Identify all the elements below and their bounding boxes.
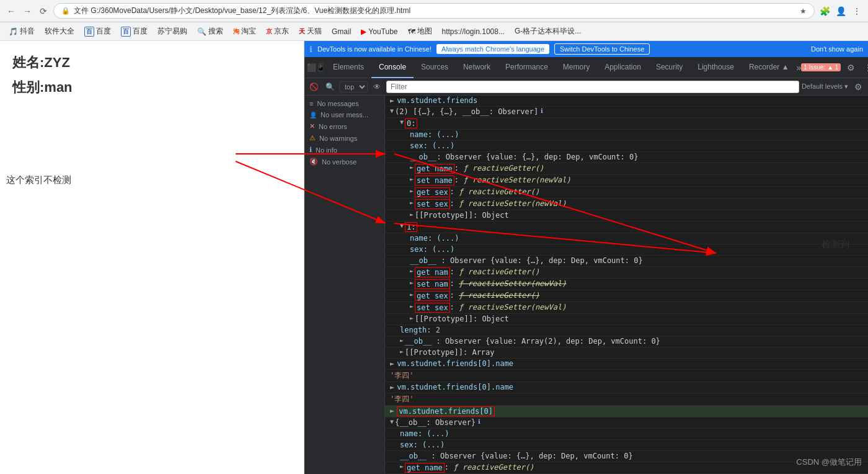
filter-toggle-button[interactable]: 🔍: [323, 80, 337, 94]
collapse-triangle[interactable]: ►: [400, 337, 404, 344]
console-text: '李四': [390, 394, 414, 405]
collapse-triangle[interactable]: ►: [410, 315, 414, 321]
bookmark-login[interactable]: https://login.1008...: [438, 26, 508, 37]
sidebar-no-user-messages[interactable]: 👤 No user mess...: [304, 109, 384, 120]
extensions-button[interactable]: 🧩: [818, 5, 831, 17]
bookmark-gezi[interactable]: G-格子达本科毕设...: [511, 25, 585, 38]
eye-icon[interactable]: 👁: [370, 80, 384, 94]
collapse-triangle[interactable]: ►: [400, 463, 404, 470]
console-text: : ƒ reactiveGetter(): [450, 291, 540, 300]
sidebar-label: No verbose: [322, 158, 356, 166]
tab-elements[interactable]: Elements: [326, 57, 371, 78]
tab-lighthouse[interactable]: Lighthouse: [690, 57, 742, 78]
address-bar[interactable]: 🔒 文件 G:/360MoveData/Users/静小文/Desktop/vu…: [53, 3, 815, 19]
bookmark-soft[interactable]: 软件大全: [41, 25, 78, 38]
profile-button[interactable]: 👤: [835, 5, 847, 17]
infobar-dismiss[interactable]: Don't show again: [811, 45, 863, 53]
default-levels-btn[interactable]: Default levels ▾: [802, 83, 848, 91]
tab-sources[interactable]: Sources: [414, 57, 456, 78]
console-text: sex: (...): [400, 440, 445, 449]
console-text: sex: (...): [410, 141, 454, 150]
bookmark-baidu1[interactable]: 百 百度: [81, 25, 115, 38]
more-options-icon[interactable]: ⋮: [861, 60, 868, 75]
console-line: ► [[Prototype]]: Array: [385, 347, 868, 359]
browser-nav-bar: ← → ⟳ 🔒 文件 G:/360MoveData/Users/静小文/Desk…: [0, 0, 868, 22]
sidebar-no-errors[interactable]: ✕ No errors: [304, 120, 384, 132]
console-line: ► get name : ƒ reactiveGetter(): [385, 462, 868, 474]
filter-input[interactable]: [386, 81, 799, 93]
bookmark-tmall[interactable]: 天 天猫: [295, 25, 326, 38]
console-line: ► set name : ƒ reactiveSetter(newVal): [385, 175, 868, 187]
sidebar-no-warnings[interactable]: ⚠ No warnings: [304, 132, 384, 144]
bookmark-youtube[interactable]: ▶YouTube: [357, 26, 401, 37]
sidebar-no-info[interactable]: ℹ No info: [304, 144, 384, 156]
tab-security[interactable]: Security: [649, 57, 690, 78]
tab-network[interactable]: Network: [456, 57, 498, 78]
context-select[interactable]: top: [339, 81, 368, 92]
bookmark-taobao[interactable]: 淘 淘宝: [229, 25, 260, 38]
tab-recorder[interactable]: Recorder ▲: [742, 57, 797, 78]
tab-memory[interactable]: Memory: [556, 57, 597, 78]
settings-gear-icon[interactable]: ⚙: [851, 79, 866, 94]
collapse-triangle[interactable]: ▼: [390, 107, 394, 114]
console-line: ► [[Prototype]]: Object: [385, 314, 868, 325]
console-text: name: (...): [400, 429, 449, 438]
issue-badge[interactable]: 1 Issue: ▲ 1: [801, 63, 841, 71]
tab-more[interactable]: »: [797, 60, 802, 75]
infobar-switch-button[interactable]: Switch DevTools to Chinese: [554, 43, 650, 55]
collapse-triangle[interactable]: ►: [410, 199, 414, 206]
sidebar-label: No messages: [317, 100, 358, 107]
bookmarks-bar: 🎵抖音 软件大全 百 百度 百 百度 苏宁易购 🔍搜索 淘 淘宝 京 京东 天 …: [0, 22, 868, 41]
infobar-match-language-button[interactable]: Always match Chrome's language: [436, 44, 549, 54]
bookmark-douyin[interactable]: 🎵抖音: [5, 25, 38, 38]
console-text-boxed: 0:: [405, 118, 417, 128]
bookmark-baidu2[interactable]: 百 百度: [117, 25, 151, 38]
collapse-triangle[interactable]: ▼: [400, 118, 404, 125]
user-icon: 👤: [309, 112, 317, 118]
collapse-triangle[interactable]: ►: [410, 267, 414, 274]
tab-application[interactable]: Application: [597, 57, 649, 78]
clear-console-button[interactable]: 🚫: [307, 80, 321, 94]
collapse-triangle[interactable]: ►: [410, 164, 414, 171]
bookmark-jd[interactable]: 京 京东: [262, 25, 293, 38]
console-text: vm.studnet.friends[0].name: [397, 359, 513, 368]
console-text: : ƒ reactiveSetter(newVal): [450, 303, 567, 311]
collapse-triangle[interactable]: ►: [410, 176, 414, 182]
collapse-triangle[interactable]: ►: [410, 303, 414, 310]
collapse-triangle[interactable]: ►: [410, 187, 414, 194]
forward-button[interactable]: →: [21, 5, 33, 17]
bookmark-search[interactable]: 🔍搜索: [193, 25, 227, 38]
console-text: __ob__ : Observer {value: Array(2), dep:…: [405, 337, 660, 346]
console-line: sex: (...): [385, 244, 868, 256]
collapse-triangle[interactable]: ►: [410, 291, 414, 298]
tab-console[interactable]: Console: [371, 57, 414, 78]
reload-button[interactable]: ⟳: [37, 5, 50, 17]
console-line: sex: (...): [385, 440, 868, 451]
bookmark-gmail[interactable]: Gmail: [328, 26, 355, 37]
console-text: : ƒ reactiveGetter(): [445, 463, 534, 472]
devtools-dock-icon[interactable]: ⬛: [307, 60, 316, 75]
collapse-triangle[interactable]: ▼: [400, 222, 404, 229]
console-split: ≡ No messages 👤 No user mess... ✕ No err…: [304, 96, 868, 474]
console-text: : ƒ reactiveGetter(): [450, 187, 540, 196]
collapse-triangle[interactable]: ►: [400, 348, 404, 355]
collapse-triangle[interactable]: ▼: [390, 418, 394, 425]
menu-button[interactable]: ⋮: [851, 5, 863, 17]
tab-performance[interactable]: Performance: [498, 57, 556, 78]
devtools-mobile-icon[interactable]: 📱: [316, 60, 326, 75]
sidebar-no-messages[interactable]: ≡ No messages: [304, 98, 384, 109]
bookmark-suning[interactable]: 苏宁易购: [154, 25, 191, 38]
collapse-triangle[interactable]: ►: [410, 279, 414, 286]
console-line: ► set nam : ƒ reactiveSetter(newVal): [385, 279, 868, 290]
devtools-panel: ℹ DevTools is now available in Chinese! …: [304, 41, 868, 474]
bookmark-maps[interactable]: 🗺地图: [404, 25, 436, 38]
console-sidebar: ≡ No messages 👤 No user mess... ✕ No err…: [304, 96, 385, 474]
console-setter-boxed: set sex: [415, 303, 450, 313]
console-setter-boxed: set sex: [415, 199, 450, 209]
settings-icon[interactable]: ⚙: [843, 60, 858, 75]
infobar-text: DevTools is now available in Chinese!: [317, 45, 432, 53]
console-setter-boxed: set nam: [415, 279, 450, 289]
collapse-triangle[interactable]: ►: [410, 211, 414, 218]
back-button[interactable]: ←: [5, 5, 17, 17]
sidebar-no-verbose[interactable]: 🔇 No verbose: [304, 156, 384, 168]
